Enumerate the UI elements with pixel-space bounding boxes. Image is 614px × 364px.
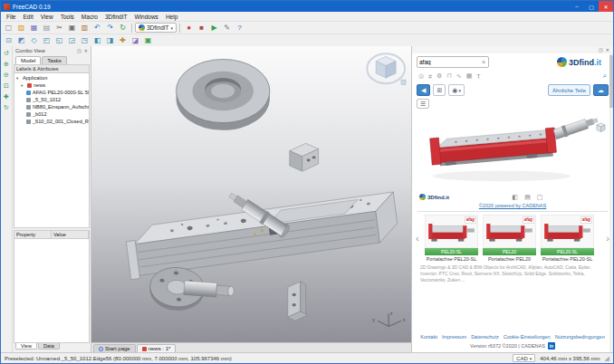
new-file-button[interactable]: ▢ — [3, 23, 14, 34]
text-search-category-icon[interactable]: T — [476, 72, 480, 80]
tree-root-application[interactable]: ▾ Application — [14, 74, 89, 81]
screen-icon[interactable]: ▢ — [537, 194, 543, 201]
result-card[interactable]: afag PEL20-SL Portalachse PEL20-SL — [541, 215, 594, 262]
result-card[interactable]: afag PEL20-SL Portalachse PEL20-SL — [425, 215, 478, 262]
series-button[interactable]: PEL20-SL — [541, 248, 594, 255]
3d-viewport[interactable]: x y z — [91, 46, 411, 342]
clear-search-icon[interactable]: × — [481, 59, 486, 65]
front-view-button[interactable]: ◰ — [41, 35, 53, 46]
download-cloud-button[interactable]: ☁ — [593, 84, 609, 96]
list-view-button[interactable]: ☰ — [417, 99, 429, 109]
footer-link[interactable]: Impressum — [442, 334, 466, 340]
redo-button[interactable]: ↷ — [104, 23, 116, 34]
refresh-button[interactable]: ↻ — [117, 23, 129, 34]
cad-model-canvas[interactable]: x y z — [91, 46, 411, 342]
property-column[interactable]: Property — [14, 231, 52, 238]
plate-category-icon[interactable]: ▦ — [466, 72, 473, 80]
zoom-in-button[interactable]: ⊕ — [2, 59, 12, 69]
menu-item[interactable]: Help — [162, 14, 181, 20]
footer-link[interactable]: Datenschutz — [471, 334, 499, 340]
preview-mode-button[interactable]: ◉ ▾ — [448, 84, 465, 96]
search-input[interactable] — [419, 59, 481, 65]
carousel-prev-button[interactable]: ‹ — [416, 233, 419, 244]
draw-style-button[interactable]: ◩ — [15, 35, 27, 46]
series-button[interactable]: PEL20-SL — [425, 248, 478, 255]
menu-item[interactable]: Edit — [19, 14, 36, 20]
isometric-view-button[interactable]: ◇ — [28, 35, 40, 46]
cut-button[interactable]: ✂ — [53, 23, 65, 34]
copy-button[interactable]: ▣ — [66, 23, 78, 34]
powered-by-link[interactable]: ©2020 powered by CADENAS — [412, 202, 613, 210]
rear-view-button[interactable]: ◳ — [79, 35, 91, 46]
tree-item[interactable]: _b012 — [14, 110, 89, 118]
menu-item[interactable]: File — [3, 14, 19, 20]
bottom-view-button[interactable]: ◧ — [91, 35, 103, 46]
float-panel-icon[interactable]: ◳ — [77, 48, 82, 53]
spring-category-icon[interactable]: ∿ — [456, 72, 462, 80]
undo-button[interactable]: ↶ — [91, 23, 103, 34]
float-panel-icon[interactable]: ◳ — [599, 47, 603, 53]
tree-item[interactable]: _610_02_001_Closed_Retract — [14, 118, 89, 125]
property-table-body[interactable] — [14, 238, 90, 343]
grid-view-button[interactable]: ⊞ — [433, 84, 446, 96]
save-button[interactable]: ▦ — [28, 23, 40, 34]
tree-item[interactable]: NB80_Einspann_Aufschr_Einde_B80_0 — [14, 103, 89, 110]
close-button[interactable]: ✕ — [599, 1, 613, 12]
tab-model[interactable]: Model — [15, 56, 41, 64]
minimize-button[interactable]: – — [570, 1, 584, 12]
search-icon[interactable]: ⌕ — [603, 72, 607, 81]
tab-news-document[interactable]: news : 1* — [137, 344, 177, 352]
print-icon[interactable]: ▤ — [524, 194, 531, 201]
zoom-out-button[interactable]: ⊖ — [2, 70, 12, 80]
print-button[interactable]: ▤ — [41, 23, 53, 34]
tab-start-page[interactable]: Start page — [93, 344, 136, 352]
whats-this-button[interactable]: ? — [234, 23, 245, 34]
sync-view-button[interactable]: ↺ — [2, 48, 12, 58]
paste-button[interactable]: ▥ — [79, 23, 91, 34]
menu-item[interactable]: Windows — [131, 14, 162, 20]
menu-item[interactable]: View — [37, 14, 57, 20]
ar-view-icon[interactable]: ◧ — [513, 194, 519, 201]
linkedin-icon[interactable]: in — [548, 342, 555, 350]
bracket-category-icon[interactable]: ⊓ — [446, 72, 451, 80]
menu-item[interactable]: 3DfindIT — [101, 14, 131, 20]
menu-item[interactable]: Tools — [57, 14, 78, 20]
preview-navigation-cube[interactable] — [595, 121, 607, 134]
tab-data[interactable]: Data — [38, 343, 60, 350]
navigation-style-selector[interactable]: CAD ▾ — [513, 354, 535, 362]
tree-item[interactable]: _5_50_1012 — [14, 96, 89, 103]
rotate-view-button[interactable]: ↻ — [2, 102, 12, 112]
tab-view[interactable]: View — [15, 343, 37, 350]
close-panel-icon[interactable]: ✕ — [606, 47, 609, 53]
tree-expand-icon[interactable]: ▾ — [16, 76, 21, 81]
workbench-selector[interactable]: 3DfindIT ▾ — [135, 23, 177, 33]
pan-button[interactable]: ✚ — [2, 91, 12, 101]
scrollbar-thumb[interactable] — [609, 55, 613, 108]
panel-scrollbar[interactable] — [609, 53, 613, 352]
footer-link[interactable]: Cookie-Einstellungen — [504, 334, 551, 340]
tree-group-news[interactable]: ▾ news — [14, 81, 89, 89]
tree-expand-icon[interactable]: ▾ — [21, 83, 25, 88]
fit-all-button[interactable]: ⊡ — [3, 35, 14, 46]
value-column[interactable]: Value — [52, 231, 89, 238]
menu-item[interactable]: Macro — [78, 14, 101, 20]
resize-grip[interactable]: ◢ — [605, 355, 609, 362]
footer-link[interactable]: Nutzungsbedingungen — [555, 334, 605, 340]
macro-edit-button[interactable]: ✎ — [221, 23, 233, 34]
clip-plane-button[interactable]: ◪ — [130, 35, 141, 46]
gear-category-icon[interactable]: ⚙ — [437, 72, 442, 80]
footer-link[interactable]: Kontakt — [420, 334, 437, 340]
similar-parts-button[interactable]: Ähnliche Teile — [548, 84, 590, 96]
open-file-button[interactable]: ▨ — [15, 23, 27, 34]
macro-stop-button[interactable]: ■ — [196, 23, 207, 34]
maximize-button[interactable]: ▢ — [584, 1, 599, 12]
series-button[interactable]: PEL20 — [483, 248, 536, 255]
tab-tasks[interactable]: Tasks — [42, 56, 66, 64]
macro-play-button[interactable]: ▶ — [208, 23, 220, 34]
tree-item[interactable]: AFAG PEL20-0000-SL 50444484 4 0.0 — [14, 89, 89, 96]
back-button[interactable]: ◀ — [417, 84, 430, 96]
right-view-button[interactable]: ◲ — [66, 35, 78, 46]
left-view-button[interactable]: ◨ — [104, 35, 116, 46]
part-preview-3d[interactable] — [417, 110, 608, 192]
close-panel-icon[interactable]: ✕ — [84, 48, 88, 53]
